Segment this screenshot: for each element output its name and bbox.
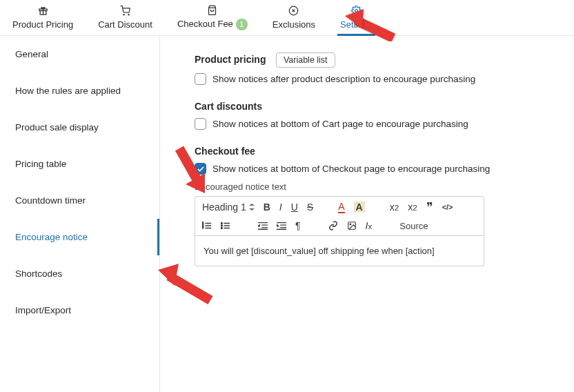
sidebar-item-shortcodes[interactable]: Shortcodes bbox=[0, 255, 159, 292]
variable-list-link[interactable]: Variable list bbox=[276, 52, 335, 68]
checkbox-product-notice[interactable] bbox=[195, 73, 206, 85]
sidebar-item-how-applied[interactable]: How the rules are applied bbox=[0, 72, 159, 109]
tab-exclusions[interactable]: Exclusions bbox=[260, 0, 328, 35]
sidebar-item-encourage[interactable]: Encourage notice bbox=[0, 219, 159, 255]
code-icon[interactable]: </> bbox=[442, 203, 453, 211]
svg-point-10 bbox=[221, 225, 222, 226]
tab-label: Settings bbox=[340, 19, 373, 30]
subscript-icon[interactable]: x2 bbox=[390, 202, 399, 213]
section-label: Cart discounts bbox=[195, 101, 262, 112]
section-label: Checkout fee bbox=[195, 146, 255, 157]
outdent-icon[interactable] bbox=[258, 222, 268, 230]
strike-icon[interactable]: S bbox=[307, 202, 313, 213]
bag-icon bbox=[207, 5, 217, 17]
tab-label: Cart Discount bbox=[98, 19, 152, 30]
tab-label: Product Pricing bbox=[12, 19, 73, 30]
tab-label: Checkout Fee1 bbox=[177, 19, 248, 30]
checkbox-label: Show notices at bottom of Checkout page … bbox=[212, 164, 490, 174]
cart-discounts-section: Cart discounts Show notices at bottom of… bbox=[195, 100, 551, 130]
sidebar-item-pricing-table[interactable]: Pricing table bbox=[0, 146, 159, 182]
link-icon[interactable] bbox=[328, 221, 338, 231]
bg-color-icon[interactable]: A bbox=[354, 202, 365, 213]
source-button[interactable]: Source bbox=[399, 221, 428, 231]
superscript-icon[interactable]: x2 bbox=[408, 202, 417, 213]
tab-product-pricing[interactable]: Product Pricing bbox=[0, 0, 86, 35]
tab-label: Exclusions bbox=[273, 19, 315, 30]
section-label: Product pricing bbox=[195, 54, 266, 65]
x-circle-icon bbox=[288, 6, 299, 18]
gear-icon bbox=[351, 6, 362, 18]
indent-icon[interactable] bbox=[277, 222, 286, 230]
font-color-icon[interactable]: A bbox=[338, 201, 344, 213]
notice-editor: Heading 1 B I U S A A x2 x2 ❞ </> 123 bbox=[195, 196, 484, 266]
product-pricing-section: Product pricing Variable list Show notic… bbox=[195, 52, 551, 85]
clear-format-icon[interactable]: Ix bbox=[366, 220, 373, 231]
editor-label: Encouraged notice text bbox=[195, 182, 551, 192]
ul-icon[interactable] bbox=[221, 222, 230, 230]
tab-settings[interactable]: Settings bbox=[328, 0, 385, 35]
svg-point-13 bbox=[350, 224, 351, 225]
underline-icon[interactable]: U bbox=[291, 202, 298, 213]
content-panel: Product pricing Variable list Show notic… bbox=[160, 36, 574, 392]
ol-icon[interactable]: 123 bbox=[202, 222, 212, 230]
heading-dropdown[interactable]: Heading 1 bbox=[202, 202, 255, 213]
cart-icon bbox=[120, 6, 130, 18]
tab-cart-discount[interactable]: Cart Discount bbox=[86, 0, 165, 35]
image-icon[interactable] bbox=[347, 221, 357, 231]
sidebar-item-sale-display[interactable]: Product sale display bbox=[0, 109, 159, 146]
gift-icon bbox=[38, 6, 48, 18]
editor-content[interactable]: You will get [discount_value] off shippi… bbox=[195, 236, 484, 266]
settings-sidebar: General How the rules are applied Produc… bbox=[0, 36, 160, 392]
checkbox-label: Show notices after product description t… bbox=[212, 74, 475, 84]
checkbox-checkout-notice[interactable] bbox=[195, 163, 206, 175]
svg-point-3 bbox=[128, 14, 129, 15]
svg-point-11 bbox=[221, 227, 222, 228]
svg-point-5 bbox=[355, 10, 358, 12]
svg-point-9 bbox=[221, 222, 222, 224]
sidebar-item-countdown[interactable]: Countdown timer bbox=[0, 182, 159, 219]
quote-icon[interactable]: ❞ bbox=[426, 204, 433, 210]
sidebar-item-general[interactable]: General bbox=[0, 36, 159, 72]
tab-checkout-fee[interactable]: Checkout Fee1 bbox=[165, 0, 260, 35]
checkbox-cart-notice[interactable] bbox=[195, 118, 206, 130]
checkout-fee-section: Checkout fee Show notices at bottom of C… bbox=[195, 145, 551, 266]
italic-icon[interactable]: I bbox=[279, 202, 282, 213]
checkbox-label: Show notices at bottom of Cart page to e… bbox=[212, 119, 468, 129]
svg-text:3: 3 bbox=[202, 226, 204, 229]
badge: 1 bbox=[236, 19, 248, 30]
editor-toolbar: Heading 1 B I U S A A x2 x2 ❞ </> 123 bbox=[195, 197, 484, 236]
svg-point-2 bbox=[123, 14, 124, 15]
paragraph-icon[interactable]: ¶ bbox=[295, 220, 301, 231]
top-tabs: Product Pricing Cart Discount Checkout F… bbox=[0, 0, 574, 36]
sidebar-item-import-export[interactable]: Import/Export bbox=[0, 292, 159, 329]
bold-icon[interactable]: B bbox=[264, 202, 270, 213]
